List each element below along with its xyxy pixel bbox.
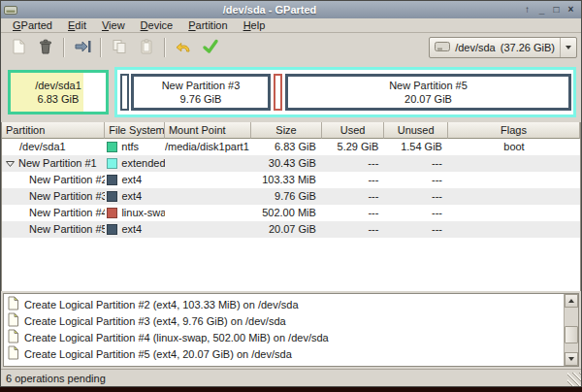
used-value: 5.29 GiB <box>322 139 385 155</box>
partition-name: New Partition #3 <box>2 188 105 205</box>
unused-value: --- <box>384 188 448 205</box>
resize-move-button[interactable] <box>69 35 96 60</box>
gparted-window: /dev/sda - GParted ↑ _ □ × GParted Edit … <box>0 0 582 387</box>
menu-gparted[interactable]: GParted <box>5 18 60 32</box>
table-row[interactable]: New Partition #2 ext4 103.33 MiB --- --- <box>2 172 580 188</box>
table-row[interactable]: New Partition #5 ext4 20.07 GiB --- --- <box>2 221 580 238</box>
size-value: 9.76 GiB <box>251 188 322 205</box>
header-unused[interactable]: Unused <box>384 122 448 139</box>
mount-point <box>165 155 251 172</box>
menu-help[interactable]: Help <box>236 18 274 32</box>
rollup-button[interactable]: ↑ <box>520 4 534 16</box>
scrollbar-track[interactable] <box>565 308 578 352</box>
operation-item[interactable]: Create Logical Partition #4 (linux-swap,… <box>4 329 564 345</box>
unused-value: 1.54 GiB <box>384 139 448 155</box>
partition-block-new3[interactable]: New Partition #39.76 GiB <box>131 74 271 111</box>
paste-button[interactable] <box>133 35 160 60</box>
menu-edit[interactable]: Edit <box>60 18 94 32</box>
header-used[interactable]: Used <box>322 122 385 139</box>
operation-item[interactable]: Create Logical Partition #2 (ext4, 103.3… <box>4 296 564 312</box>
undo-icon <box>175 38 192 57</box>
partition-block-label: /dev/sda1 <box>35 80 81 91</box>
menu-device[interactable]: Device <box>133 18 181 32</box>
operation-item[interactable]: Create Logical Partition #3 (ext4, 9.76 … <box>4 312 564 329</box>
unused-value: --- <box>384 221 448 238</box>
device-selector[interactable]: /dev/sda (37.26 GiB) <box>429 37 577 58</box>
operation-text: Create Logical Partition #2 (ext4, 103.3… <box>24 299 299 310</box>
flags-value <box>448 205 580 221</box>
table-row[interactable]: New Partition #3 ext4 9.76 GiB --- --- <box>2 188 580 205</box>
delete-partition-button[interactable] <box>32 35 59 60</box>
titlebar[interactable]: /dev/sda - GParted ↑ _ □ × <box>1 1 581 18</box>
size-value: 502.00 MiB <box>251 205 322 221</box>
menu-view[interactable]: View <box>94 18 133 32</box>
new-partition-button[interactable] <box>5 35 32 60</box>
partition-block-new5[interactable]: New Partition #520.07 GiB <box>285 74 571 111</box>
partition-block-new4[interactable] <box>274 74 282 111</box>
partition-table: Partition File System Mount Point Size U… <box>1 122 581 291</box>
mount-point: /media/disk1part1 <box>165 139 251 155</box>
header-mountpoint[interactable]: Mount Point <box>165 122 251 139</box>
header-partition[interactable]: Partition <box>2 122 105 139</box>
gparted-app-icon <box>4 5 19 16</box>
operation-item[interactable]: Create Logical Partition #5 (ext4, 20.07… <box>4 345 564 362</box>
fs-name: extended <box>121 155 165 172</box>
copy-button[interactable] <box>106 35 133 60</box>
partition-name: New Partition #2 <box>2 172 105 188</box>
table-header: Partition File System Mount Point Size U… <box>2 122 580 139</box>
apply-button[interactable] <box>197 35 224 60</box>
maximize-button[interactable]: □ <box>549 4 564 16</box>
operations-panel: Create Logical Partition #2 (ext4, 103.3… <box>3 293 579 367</box>
used-value: --- <box>322 155 385 172</box>
minimize-button[interactable]: _ <box>534 4 549 16</box>
header-size[interactable]: Size <box>251 122 322 139</box>
header-filesystem[interactable]: File System <box>105 122 165 139</box>
partition-block-size: 20.07 GiB <box>404 93 452 105</box>
scroll-up-icon[interactable] <box>565 294 578 308</box>
table-row[interactable]: New Partition #1 extended 30.43 GiB --- … <box>2 155 580 172</box>
fs-color-swatch <box>107 175 117 185</box>
header-flags[interactable]: Flags <box>448 122 580 139</box>
partition-name: New Partition #5 <box>2 221 105 238</box>
toolbar-separator <box>100 38 102 57</box>
used-value: --- <box>322 205 385 221</box>
table-row[interactable]: /dev/sda1 ntfs /media/disk1part1 6.83 Gi… <box>2 139 580 155</box>
device-size: (37.26 GiB) <box>501 42 555 53</box>
window-bottom-shadow <box>0 387 582 392</box>
partition-block-new2[interactable] <box>120 74 129 111</box>
menubar: GParted Edit View Device Partition Help <box>1 18 581 33</box>
scrollbar-thumb[interactable] <box>565 326 578 343</box>
fs-color-swatch <box>107 208 117 218</box>
fs-name: ext4 <box>121 221 142 238</box>
flags-value <box>448 221 580 238</box>
flags-value: boot <box>448 139 580 155</box>
partition-block-label: New Partition #3 <box>162 80 241 91</box>
partition-block-size: 6.83 GiB <box>38 93 80 105</box>
used-value: --- <box>322 221 385 238</box>
table-row[interactable]: New Partition #4 linux-swap 502.00 MiB -… <box>2 205 580 221</box>
partition-block-extended[interactable]: New Partition #39.76 GiB New Partition #… <box>114 67 576 117</box>
unused-value: --- <box>384 155 448 172</box>
mount-point <box>165 172 251 188</box>
menu-partition[interactable]: Partition <box>180 18 235 32</box>
fs-color-swatch <box>107 158 117 169</box>
used-value: --- <box>322 188 385 205</box>
partition-block-sda1[interactable]: /dev/sda16.83 GiB <box>8 70 109 114</box>
operations-list: Create Logical Partition #2 (ext4, 103.3… <box>4 294 564 366</box>
partition-visual-bar: /dev/sda16.83 GiB New Partition #39.76 G… <box>1 62 581 122</box>
new-partition-doc-icon <box>7 345 19 362</box>
scroll-down-icon[interactable] <box>565 352 578 366</box>
undo-button[interactable] <box>170 35 197 60</box>
operation-text: Create Logical Partition #3 (ext4, 9.76 … <box>24 315 286 327</box>
device-dropdown-arrow <box>560 38 571 57</box>
close-button[interactable]: × <box>564 4 578 16</box>
apply-check-icon <box>202 38 219 57</box>
toolbar: /dev/sda (37.26 GiB) <box>1 33 581 62</box>
resize-grip[interactable] <box>567 373 581 386</box>
operations-scrollbar[interactable] <box>564 294 578 366</box>
mount-point <box>165 188 251 205</box>
partition-name: New Partition #4 <box>2 205 105 221</box>
expander-icon[interactable] <box>6 159 15 168</box>
flags-value <box>448 172 580 188</box>
paste-icon <box>138 38 155 57</box>
